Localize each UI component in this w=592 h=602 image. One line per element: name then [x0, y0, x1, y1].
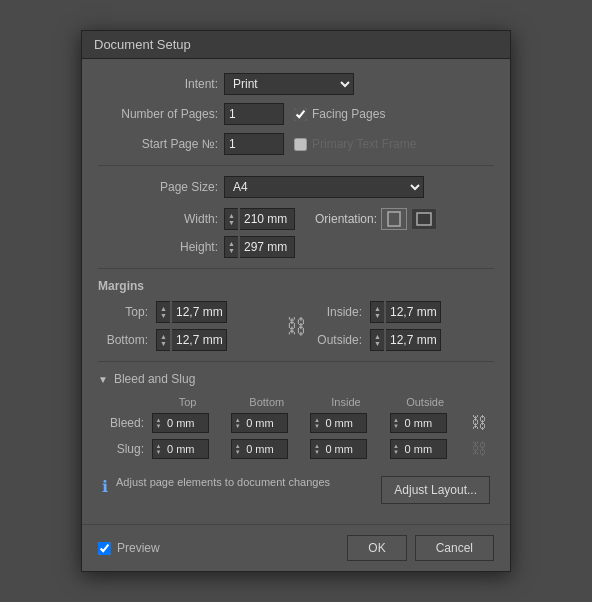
adjust-layout-button[interactable]: Adjust Layout... [381, 476, 490, 504]
button-group: OK Cancel [347, 535, 494, 561]
inside-arrows[interactable]: ▲ ▼ [370, 301, 384, 323]
bottom-up[interactable]: ▲ [157, 333, 170, 340]
bleed-top-arrows[interactable]: ▲ ▼ [152, 413, 164, 433]
portrait-button[interactable] [381, 208, 407, 230]
facing-pages-label[interactable]: Facing Pages [294, 107, 385, 121]
facing-pages-checkbox[interactable] [294, 108, 307, 121]
bottom-input[interactable] [172, 329, 227, 351]
bottom-spin: ▲ ▼ [156, 329, 227, 351]
top-arrows[interactable]: ▲ ▼ [156, 301, 170, 323]
slug-bottom-input[interactable] [243, 439, 288, 459]
height-down-arrow[interactable]: ▼ [225, 247, 238, 254]
col-empty [98, 394, 148, 410]
cancel-button[interactable]: Cancel [415, 535, 494, 561]
num-pages-row: Number of Pages: Facing Pages [98, 103, 494, 125]
bleed-bottom-down[interactable]: ▼ [232, 423, 243, 429]
margins-left: Top: ▲ ▼ Bottom: ▲ ▼ [98, 301, 280, 351]
outside-down[interactable]: ▼ [371, 340, 384, 347]
slug-outside-spin: ▲ ▼ [390, 439, 461, 459]
preview-label[interactable]: Preview [98, 541, 160, 555]
col-inside-header: Inside [306, 394, 385, 410]
top-up[interactable]: ▲ [157, 305, 170, 312]
num-pages-input[interactable] [224, 103, 284, 125]
slug-top-cell: ▲ ▼ [148, 436, 227, 462]
slug-chain-icon[interactable]: ⛓ [465, 436, 494, 462]
top-spin: ▲ ▼ [156, 301, 227, 323]
landscape-button[interactable] [411, 208, 437, 230]
start-page-input[interactable] [224, 133, 284, 155]
bleed-bottom-arrows[interactable]: ▲ ▼ [231, 413, 243, 433]
width-up-arrow[interactable]: ▲ [225, 212, 238, 219]
inside-label: Inside: [312, 305, 362, 319]
preview-checkbox[interactable] [98, 542, 111, 555]
height-input[interactable] [240, 236, 295, 258]
bleed-inside-arrows[interactable]: ▲ ▼ [310, 413, 322, 433]
slug-outside-input[interactable] [402, 439, 447, 459]
info-icon: ℹ [102, 477, 108, 496]
bleed-top-cell: ▲ ▼ [148, 410, 227, 436]
slug-inside-cell: ▲ ▼ [306, 436, 385, 462]
bleed-bottom-input[interactable] [243, 413, 288, 433]
height-arrows[interactable]: ▲ ▼ [224, 236, 238, 258]
width-down-arrow[interactable]: ▼ [225, 219, 238, 226]
slug-outside-down[interactable]: ▼ [391, 449, 402, 455]
outside-label: Outside: [312, 333, 362, 347]
top-input[interactable] [172, 301, 227, 323]
bleed-slug-header[interactable]: ▼ Bleed and Slug [98, 372, 494, 386]
primary-text-frame-checkbox [294, 138, 307, 151]
bleed-outside-input[interactable] [402, 413, 447, 433]
bleed-outside-down[interactable]: ▼ [391, 423, 402, 429]
slug-top-down[interactable]: ▼ [153, 449, 164, 455]
bleed-inside-input[interactable] [322, 413, 367, 433]
bleed-chain-icon[interactable]: ⛓ [465, 410, 494, 436]
slug-bottom-down[interactable]: ▼ [232, 449, 243, 455]
slug-bottom-arrows[interactable]: ▲ ▼ [231, 439, 243, 459]
slug-top-arrows[interactable]: ▲ ▼ [152, 439, 164, 459]
orientation-label: Orientation: [315, 212, 377, 226]
col-top-header: Top [148, 394, 227, 410]
outside-margin-row: Outside: ▲ ▼ [312, 329, 494, 351]
inside-down[interactable]: ▼ [371, 312, 384, 319]
outside-up[interactable]: ▲ [371, 333, 384, 340]
bleed-inside-down[interactable]: ▼ [311, 423, 322, 429]
intent-row: Intent: Print [98, 73, 494, 95]
bleed-top-down[interactable]: ▼ [153, 423, 164, 429]
slug-inside-spin: ▲ ▼ [310, 439, 381, 459]
slug-top-input[interactable] [164, 439, 209, 459]
outside-arrows[interactable]: ▲ ▼ [370, 329, 384, 351]
bleed-bottom-spin: ▲ ▼ [231, 413, 302, 433]
divider-1 [98, 165, 494, 166]
width-arrows[interactable]: ▲ ▼ [224, 208, 238, 230]
bottom-arrows[interactable]: ▲ ▼ [156, 329, 170, 351]
bleed-row: Bleed: ▲ ▼ ▲ [98, 410, 494, 436]
bleed-top-input[interactable] [164, 413, 209, 433]
outside-spin: ▲ ▼ [370, 329, 441, 351]
slug-inside-arrows[interactable]: ▲ ▼ [310, 439, 322, 459]
primary-text-frame-label: Primary Text Frame [294, 137, 416, 151]
bleed-outside-arrows[interactable]: ▲ ▼ [390, 413, 402, 433]
height-spin: ▲ ▼ [224, 236, 295, 258]
document-setup-dialog: Document Setup Intent: Print Number of P… [81, 30, 511, 572]
width-spin: ▲ ▼ [224, 208, 295, 230]
slug-row: Slug: ▲ ▼ ▲ [98, 436, 494, 462]
slug-top-spin: ▲ ▼ [152, 439, 223, 459]
width-label: Width: [98, 212, 218, 226]
top-down[interactable]: ▼ [157, 312, 170, 319]
slug-outside-arrows[interactable]: ▲ ▼ [390, 439, 402, 459]
margins-right: Inside: ▲ ▼ Outside: ▲ ▼ [312, 301, 494, 351]
outside-input[interactable] [386, 329, 441, 351]
width-input[interactable] [240, 208, 295, 230]
inside-input[interactable] [386, 301, 441, 323]
dialog-footer: Preview OK Cancel [82, 524, 510, 571]
margins-link-icon[interactable]: ⛓ [286, 315, 306, 338]
page-size-select[interactable]: A4 A3 A5 Letter [224, 176, 424, 198]
height-up-arrow[interactable]: ▲ [225, 240, 238, 247]
intent-select[interactable]: Print [224, 73, 354, 95]
bottom-down[interactable]: ▼ [157, 340, 170, 347]
inside-up[interactable]: ▲ [371, 305, 384, 312]
start-page-label: Start Page №: [98, 137, 218, 151]
facing-pages-text: Facing Pages [312, 107, 385, 121]
slug-inside-down[interactable]: ▼ [311, 449, 322, 455]
slug-inside-input[interactable] [322, 439, 367, 459]
ok-button[interactable]: OK [347, 535, 406, 561]
